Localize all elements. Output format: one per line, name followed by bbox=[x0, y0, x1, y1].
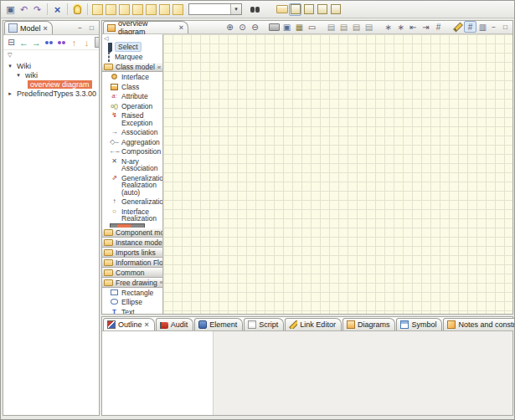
chevron-down-icon[interactable]: ▾ bbox=[230, 4, 241, 14]
palette-item-rectangle[interactable]: Rectangle bbox=[102, 288, 162, 298]
palette-item-select[interactable]: Select bbox=[102, 42, 162, 52]
collapse-chevron-icon[interactable]: « bbox=[160, 279, 162, 286]
show-labels-icon[interactable]: ▥ bbox=[476, 21, 489, 33]
fit-height-icon[interactable]: ⇥ bbox=[420, 21, 432, 33]
tab-diagrams[interactable]: Diagrams bbox=[342, 318, 396, 330]
save-image-icon[interactable]: ▣ bbox=[281, 21, 293, 33]
tab-notes-and-constraints[interactable]: Notes and constraints bbox=[443, 318, 515, 330]
palette-item-association[interactable]: →Association bbox=[102, 127, 162, 137]
tab-element[interactable]: Element bbox=[194, 318, 243, 330]
palette-collapse-arrow[interactable]: ◁ bbox=[102, 34, 162, 42]
tree-item-label[interactable]: Wiki bbox=[14, 62, 33, 70]
close-icon[interactable]: × bbox=[145, 320, 149, 329]
save-icon[interactable]: ▣ bbox=[4, 3, 17, 16]
tree-item-wiki[interactable]: ▾Wiki bbox=[3, 61, 99, 70]
view-toggle-4-icon[interactable] bbox=[329, 3, 342, 16]
linked-selection-icon[interactable] bbox=[44, 37, 54, 48]
palette-item-attribute[interactable]: a:Attribute bbox=[102, 91, 162, 101]
collapse-all-icon[interactable]: ⊟ bbox=[6, 37, 17, 48]
fit-width-icon[interactable]: ⇤ bbox=[407, 21, 420, 33]
minimize-button[interactable]: − bbox=[489, 23, 498, 31]
wizard-1-icon[interactable] bbox=[91, 3, 104, 16]
tree-expander-icon[interactable]: ▸ bbox=[6, 90, 14, 97]
layout-2-icon[interactable]: ∗ bbox=[394, 21, 407, 33]
collapse-chevron-icon[interactable]: « bbox=[157, 64, 161, 71]
close-icon[interactable]: × bbox=[44, 24, 48, 33]
palette-item-generalizatio-[interactable]: ⇗Generalizatio... Realization (auto) bbox=[102, 173, 162, 197]
related-elements-icon[interactable] bbox=[56, 37, 67, 48]
move-up-icon[interactable]: ↑ bbox=[69, 37, 80, 48]
maximize-button[interactable]: □ bbox=[501, 23, 510, 31]
wizard-7-icon[interactable] bbox=[172, 3, 184, 16]
move-down-icon[interactable]: ↓ bbox=[81, 37, 92, 48]
tree-item-label[interactable]: overview diagram bbox=[28, 80, 92, 89]
palette-item-generalization[interactable]: ↑Generalization bbox=[102, 197, 162, 207]
redo-icon[interactable]: ↷ bbox=[31, 3, 44, 16]
page-option-1-icon[interactable]: ▤ bbox=[325, 21, 337, 33]
palette-section-information-flo-[interactable]: Information Flo... bbox=[102, 258, 162, 268]
palette-section-component-mo-[interactable]: Component mo... bbox=[102, 228, 162, 238]
palette-item-raised[interactable]: ↯Raised Exception bbox=[102, 110, 162, 127]
snap-to-grid-icon[interactable]: # bbox=[464, 21, 476, 33]
wizard-2-icon[interactable] bbox=[105, 3, 117, 16]
palette-item-aggregation[interactable]: ◇–Aggregation bbox=[102, 137, 162, 147]
tab-audit[interactable]: Audit bbox=[156, 318, 194, 330]
tab-symbol[interactable]: Symbol bbox=[396, 318, 442, 330]
view-toggle-2-icon[interactable] bbox=[302, 3, 315, 16]
palette-section-common[interactable]: Common bbox=[102, 268, 162, 278]
print-icon[interactable] bbox=[268, 21, 281, 33]
view-menu-arrow[interactable]: ▽ bbox=[3, 50, 99, 59]
navigate-back-icon[interactable]: ← bbox=[18, 37, 29, 48]
search-icon[interactable] bbox=[246, 3, 259, 16]
tree-item-label[interactable]: PredefinedTypes 3.3.00 bbox=[14, 90, 99, 98]
palette-item-n-ary[interactable]: ✕N-ary Association bbox=[102, 156, 162, 173]
view-toggle-3-icon[interactable] bbox=[316, 3, 328, 16]
maximize-button[interactable]: □ bbox=[87, 23, 96, 32]
palette-section-imports-links[interactable]: Imports links bbox=[102, 248, 162, 258]
tree-item-label[interactable]: wiki bbox=[23, 71, 40, 79]
properties-icon[interactable]: ▦ bbox=[293, 21, 306, 33]
zoom-100-icon[interactable]: ⊙ bbox=[236, 21, 249, 33]
view-toggle-1-icon[interactable] bbox=[289, 3, 301, 16]
page-option-3-icon[interactable]: ▤ bbox=[350, 21, 363, 33]
undo-icon[interactable]: ↶ bbox=[18, 3, 30, 16]
palette-section-free-drawing[interactable]: Free drawing« bbox=[102, 278, 162, 288]
page-option-4-icon[interactable]: ▤ bbox=[363, 21, 375, 33]
layout-1-icon[interactable]: ∗ bbox=[382, 21, 394, 33]
tab-overview-diagram[interactable]: overview diagram × bbox=[103, 21, 188, 33]
wizard-5-icon[interactable] bbox=[145, 3, 157, 16]
tree-expander-icon[interactable]: ▾ bbox=[14, 72, 23, 79]
configure-icon[interactable]: × bbox=[51, 3, 64, 16]
fit-to-content-icon[interactable]: ▭ bbox=[306, 21, 318, 33]
tab-outline[interactable]: Outline× bbox=[103, 318, 155, 330]
audit-icon[interactable] bbox=[71, 3, 84, 16]
palette-section-class-model[interactable]: Class model« bbox=[102, 62, 162, 72]
palette-item-composition[interactable]: ←–Composition bbox=[102, 146, 162, 156]
clipped-action-icon[interactable] bbox=[94, 37, 99, 48]
tab-model[interactable]: Model × bbox=[4, 21, 53, 34]
tab-link-editor[interactable]: Link Editor bbox=[285, 318, 342, 330]
wizard-6-icon[interactable] bbox=[158, 3, 171, 16]
wizard-3-icon[interactable] bbox=[118, 3, 131, 16]
zoom-out-icon[interactable]: ⊖ bbox=[249, 21, 261, 33]
close-icon[interactable]: × bbox=[179, 23, 183, 32]
outline-minimap[interactable] bbox=[102, 331, 214, 415]
diagram-canvas[interactable] bbox=[163, 34, 512, 314]
tab-script[interactable]: Script bbox=[244, 318, 284, 330]
tree-expander-icon[interactable]: ▾ bbox=[6, 63, 14, 69]
palette-item-text[interactable]: TText bbox=[102, 307, 162, 315]
navigate-forward-icon[interactable]: → bbox=[31, 37, 42, 48]
tree-item-overview-diagram[interactable]: overview diagram bbox=[3, 79, 99, 89]
quick-search-combo[interactable]: ▾ bbox=[188, 3, 242, 15]
wizard-4-icon[interactable] bbox=[131, 3, 144, 16]
grid-visible-icon[interactable]: # bbox=[432, 21, 445, 33]
zoom-in-icon[interactable]: ⊕ bbox=[224, 21, 236, 33]
palette-item-interface[interactable]: ○Interface Realization bbox=[102, 207, 162, 223]
palette-item-operation[interactable]: o()Operation bbox=[102, 101, 162, 111]
page-option-2-icon[interactable]: ▤ bbox=[337, 21, 350, 33]
palette-item-interface[interactable]: Interface bbox=[102, 72, 162, 82]
minimize-button[interactable]: − bbox=[75, 23, 85, 32]
palette-item-ellipse[interactable]: Ellipse bbox=[102, 297, 162, 307]
palette-item-class[interactable]: Class bbox=[102, 82, 162, 92]
tree-item-wiki[interactable]: ▾wiki bbox=[3, 70, 99, 79]
